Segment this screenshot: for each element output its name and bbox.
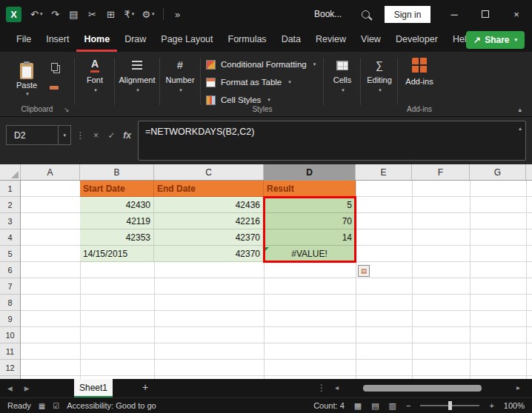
cell-b4[interactable]: 42353 [80, 229, 154, 246]
cell-d3[interactable]: 70 [264, 213, 356, 229]
close-button[interactable]: × [501, 0, 532, 28]
workbook-button[interactable]: ⊞ [102, 4, 119, 24]
row-header-5[interactable]: 5 [0, 246, 20, 262]
number-group-button[interactable]: # Number ▾ [162, 58, 199, 93]
select-all-button[interactable] [0, 164, 21, 180]
page-break-view-button[interactable]: ▥ [389, 401, 396, 411]
cell-d2[interactable]: 5 [264, 197, 356, 213]
minimize-button[interactable]: ─ [439, 0, 470, 28]
cells-group-button[interactable]: Cells ▾ [326, 58, 359, 93]
cut-button[interactable]: ✂ [84, 4, 100, 24]
cell-d4[interactable]: 14 [264, 229, 356, 246]
conditional-formatting-button[interactable]: Conditional Formatting ▾ [206, 56, 316, 73]
cell-b1[interactable]: Start Date [80, 181, 154, 197]
confirm-entry-button[interactable]: ✓ [104, 130, 119, 141]
scroll-right-button[interactable]: ▸ [516, 383, 520, 392]
share-button[interactable]: ↗ Share ▾ [466, 31, 525, 49]
row-header-3[interactable]: 3 [0, 213, 20, 229]
collapse-ribbon-button[interactable]: ▴ [518, 106, 522, 113]
row-header-8[interactable]: 8 [0, 295, 20, 311]
sheet-tab-sheet1[interactable]: Sheet1 [74, 379, 113, 397]
redo-button[interactable]: ↷ [47, 4, 63, 24]
column-header-c[interactable]: C [154, 164, 264, 180]
scroll-left-button[interactable]: ◂ [335, 383, 339, 392]
addins-button[interactable]: Add-ins [400, 58, 439, 86]
cell-b5[interactable]: 14/15/2015 [80, 246, 154, 262]
cell-d1[interactable]: Result [264, 181, 356, 197]
menu-tab-insert[interactable]: Insert [39, 28, 76, 52]
zoom-out-button[interactable]: − [406, 401, 410, 410]
formula-input[interactable]: =NETWORKDAYS(B2,C2) [138, 121, 526, 161]
cell-b3[interactable]: 42119 [80, 213, 154, 229]
zoom-level[interactable]: 100% [504, 401, 525, 410]
menu-tab-data[interactable]: Data [274, 28, 308, 52]
row-header-9[interactable]: 9 [0, 311, 20, 327]
menu-tab-home[interactable]: Home [76, 28, 117, 52]
row-header-12[interactable]: 12 [0, 360, 20, 376]
zoom-slider-thumb[interactable] [448, 401, 452, 410]
column-header-g[interactable]: G [470, 164, 526, 180]
settings-button[interactable]: ⚙ ▾ [139, 4, 156, 24]
menu-tab-page-layout[interactable]: Page Layout [153, 28, 220, 52]
error-options-button[interactable]: ▤ [358, 265, 370, 277]
row-header-11[interactable]: 11 [0, 343, 20, 360]
format-as-table-button[interactable]: Format as Table ▾ [206, 74, 291, 90]
previous-sheet-button[interactable]: ◂ [7, 383, 13, 394]
alignment-group-button[interactable]: Alignment ▾ [116, 58, 158, 93]
copy-button[interactable] [46, 59, 62, 74]
search-button[interactable] [362, 7, 378, 21]
collapse-formula-bar-button[interactable]: ▴ [519, 125, 522, 132]
accessibility-status[interactable]: Accessibility: Good to go [67, 401, 156, 410]
cell-d5[interactable]: #VALUE! [264, 246, 356, 262]
column-header-b[interactable]: B [80, 164, 154, 180]
column-header-f[interactable]: F [412, 164, 470, 180]
clipboard-dialog-launcher[interactable]: ↘ [64, 106, 70, 113]
cell-c1[interactable]: End Date [154, 181, 264, 197]
column-header-a[interactable]: A [21, 164, 80, 180]
horizontal-scrollbar[interactable] [345, 385, 507, 392]
name-box-caret-icon[interactable]: ▾ [58, 126, 70, 144]
row-header-10[interactable]: 10 [0, 327, 20, 343]
excel-logo-icon[interactable]: X [6, 7, 21, 22]
row-header-1[interactable]: 1 [0, 181, 20, 197]
undo-button[interactable]: ↶ ▾ [28, 4, 44, 24]
insert-function-button[interactable]: fx [119, 130, 135, 141]
cancel-entry-button[interactable]: × [88, 130, 104, 141]
menu-tab-draw[interactable]: Draw [117, 28, 153, 52]
row-header-7[interactable]: 7 [0, 278, 20, 295]
column-header-e[interactable]: E [356, 164, 412, 180]
normal-view-button[interactable]: ▦ [354, 401, 362, 411]
menu-tab-file[interactable]: File [9, 28, 39, 52]
toolbar-overflow-button[interactable]: » [170, 4, 186, 24]
macro-record-icon[interactable]: ▦ [39, 402, 45, 410]
sign-in-button[interactable]: Sign in [385, 6, 430, 23]
cell-c4[interactable]: 42370 [154, 229, 264, 246]
row-header-2[interactable]: 2 [0, 197, 20, 213]
column-header-d[interactable]: D [264, 164, 356, 180]
cell-c2[interactable]: 42436 [154, 197, 264, 213]
maximize-button[interactable] [470, 0, 501, 28]
zoom-slider[interactable] [420, 405, 479, 406]
clipboard-button[interactable]: ▤ [65, 4, 82, 24]
menu-tab-formulas[interactable]: Formulas [221, 28, 274, 52]
cell-c5[interactable]: 42370 [154, 246, 264, 262]
formula-bar-grip-icon[interactable]: ⋮ [73, 130, 88, 141]
sheet-bar-grip-icon[interactable]: ⋮ [317, 383, 326, 393]
format-painter-button[interactable] [46, 80, 62, 95]
page-layout-view-button[interactable]: ▤ [371, 401, 379, 411]
zoom-in-button[interactable]: + [489, 401, 493, 410]
menu-tab-view[interactable]: View [353, 28, 388, 52]
cell-c3[interactable]: 42216 [154, 213, 264, 229]
paste-button[interactable]: Paste ▾ [10, 56, 43, 104]
row-header-4[interactable]: 4 [0, 229, 20, 246]
row-header-6[interactable]: 6 [0, 262, 20, 278]
currency-format-button[interactable]: ₹ ▾ [121, 4, 137, 24]
next-sheet-button[interactable]: ▸ [24, 383, 30, 394]
font-group-button[interactable]: A Font ▾ [77, 58, 113, 93]
column-header-partial[interactable] [526, 164, 532, 180]
menu-tab-developer[interactable]: Developer [388, 28, 445, 52]
horizontal-scrollbar-thumb[interactable] [363, 385, 482, 392]
new-sheet-button[interactable]: + [142, 381, 148, 393]
cell-b2[interactable]: 42430 [80, 197, 154, 213]
name-box[interactable]: D2 ▾ [6, 125, 71, 145]
